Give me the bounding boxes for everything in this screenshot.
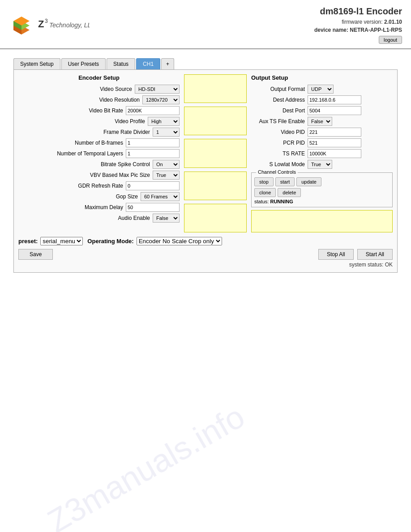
status-value: RUNNING (270, 199, 293, 204)
preview-box-2 (184, 107, 247, 135)
gdr-row: GDR Refresh Rate (18, 181, 180, 190)
b-frames-input[interactable] (126, 138, 180, 147)
preset-select[interactable]: serial_menudefaultcustom (40, 237, 83, 245)
preview-boxes (184, 74, 247, 232)
tab-add[interactable]: + (161, 58, 174, 69)
video-resolution-row: Video Resolution 1280x7201920x1080720x48… (18, 95, 180, 104)
preview-box-4 (184, 172, 247, 200)
encoder-setup-title: Encoder Setup (18, 74, 180, 81)
delete-button[interactable]: delete (278, 188, 301, 197)
stop-button[interactable]: stop (254, 177, 274, 186)
aux-ts-label: Aux TS File Enable (251, 118, 305, 124)
b-frames-row: Number of B-frames (18, 138, 180, 147)
aux-ts-select[interactable]: FalseTrue (308, 117, 332, 126)
clone-button[interactable]: clone (254, 188, 276, 197)
video-resolution-select[interactable]: 1280x7201920x1080720x480 (142, 95, 180, 104)
svg-text:Technology, LLC: Technology, LLC (49, 21, 90, 29)
pcr-pid-row: PCR PID (251, 138, 393, 147)
z3-logo (9, 14, 34, 34)
ts-rate-input[interactable] (308, 149, 361, 158)
header: Z 3 Technology, LLC dm8169-l1 Encoder fi… (0, 0, 411, 49)
bottom-bar: preset: serial_menudefaultcustom Operati… (18, 237, 393, 245)
save-row: Save Stop All Start All (18, 249, 393, 260)
output-format-label: Output Format (251, 86, 305, 92)
device-name: device name: NETRA-APP-L1-RPS (314, 26, 402, 34)
preview-box-3 (184, 139, 247, 167)
video-pid-input[interactable] (308, 128, 361, 137)
channel-controls-title: Channel Controls (256, 169, 298, 175)
tab-ch1[interactable]: CH1 (136, 58, 160, 69)
preview-box-wide (251, 210, 393, 232)
svg-text:3: 3 (45, 18, 48, 24)
vbv-select[interactable]: TrueFalse (153, 171, 180, 180)
operating-mode-select[interactable]: Encoder No Scale Crop only Encoder Scale… (137, 237, 222, 245)
output-format-row: Output Format UDPRTPRTSP (251, 85, 393, 94)
temporal-layers-label: Number of Temporal Layers (57, 150, 123, 157)
operating-mode-section: Operating Mode: Encoder No Scale Crop on… (87, 237, 222, 245)
logout-button[interactable]: logout (379, 36, 402, 44)
start-button[interactable]: start (275, 177, 295, 186)
video-bitrate-input[interactable] (126, 106, 180, 115)
vbv-row: VBV Based Max Pic Size TrueFalse (18, 171, 180, 180)
video-source-select[interactable]: HD-SDICOMPOSITECOMPONENT (135, 85, 180, 94)
audio-enable-select[interactable]: FalseTrue (153, 214, 180, 223)
tab-status[interactable]: Status (107, 58, 135, 69)
video-bitrate-row: Video Bit Rate (18, 106, 180, 115)
temporal-layers-input[interactable] (126, 149, 180, 158)
video-source-row: Video Source HD-SDICOMPOSITECOMPONENT (18, 85, 180, 94)
dest-port-input[interactable] (308, 106, 361, 115)
channel-status: status: RUNNING (254, 199, 390, 204)
encoder-setup-section: Encoder Setup Video Source HD-SDICOMPOSI… (18, 74, 180, 232)
bitrate-spike-select[interactable]: OnOff (153, 160, 180, 169)
save-button[interactable]: Save (18, 249, 53, 260)
tab-user-presets[interactable]: User Presets (61, 58, 106, 69)
preview-box-5 (184, 204, 247, 232)
video-pid-row: Video PID (251, 128, 393, 137)
output-setup-section: Output Setup Output Format UDPRTPRTSP De… (251, 74, 393, 232)
preset-section: preset: serial_menudefaultcustom (18, 237, 83, 245)
panel-inner: Encoder Setup Video Source HD-SDICOMPOSI… (18, 74, 393, 232)
preset-label: preset: (18, 238, 38, 245)
s-lowlat-select[interactable]: TrueFalse (308, 160, 332, 169)
gdr-label: GDR Refresh Rate (78, 183, 123, 189)
update-button[interactable]: update (296, 177, 321, 186)
stop-all-button[interactable]: Stop All (318, 249, 354, 260)
max-delay-input[interactable] (126, 203, 180, 212)
dest-port-label: Dest Port (251, 107, 305, 114)
ctrl-btn-row-2: clone delete (254, 188, 390, 197)
pcr-pid-input[interactable] (308, 138, 361, 147)
tab-system-setup[interactable]: System Setup (13, 58, 60, 69)
video-pid-label: Video PID (251, 129, 305, 135)
dest-port-row: Dest Port (251, 106, 393, 115)
start-all-button[interactable]: Start All (357, 249, 393, 260)
preview-box-1 (184, 74, 247, 103)
max-delay-label: Maximum Delay (85, 204, 123, 210)
video-profile-label: Video Profile (115, 118, 145, 124)
b-frames-label: Number of B-frames (75, 140, 123, 146)
gdr-input[interactable] (126, 181, 180, 190)
video-profile-select[interactable]: HighMainBaseline (148, 117, 180, 126)
operating-mode-label: Operating Mode: (87, 238, 133, 245)
video-source-label: Video Source (100, 86, 132, 92)
channel-controls: Channel Controls stop start update clone… (251, 172, 393, 207)
ts-rate-row: TS RATE (251, 149, 393, 158)
system-status: system status: OK (18, 262, 393, 268)
page-title: dm8169-l1 Encoder (314, 4, 402, 18)
gop-size-select[interactable]: 60 Frames30 Frames120 Frames (141, 192, 180, 201)
frame-rate-divider-select[interactable]: 1234 (153, 128, 180, 137)
video-resolution-label: Video Resolution (99, 97, 140, 103)
output-setup-title: Output Setup (251, 74, 393, 81)
dest-address-input[interactable] (308, 95, 361, 104)
gop-size-label: Gop Size (116, 193, 138, 200)
main-content: System Setup User Presets Status CH1 + E… (0, 49, 411, 282)
bitrate-spike-row: Bitrate Spike Control OnOff (18, 160, 180, 169)
main-panel: Encoder Setup Video Source HD-SDICOMPOSI… (13, 69, 398, 273)
frame-rate-divider-row: Frame Rate Divider 1234 (18, 128, 180, 137)
max-delay-row: Maximum Delay (18, 203, 180, 212)
svg-text:Z: Z (38, 18, 44, 30)
audio-enable-row: Audio Enable FalseTrue (18, 214, 180, 223)
audio-enable-label: Audio Enable (118, 215, 150, 221)
output-format-select[interactable]: UDPRTPRTSP (308, 85, 334, 94)
dest-address-label: Dest Address (251, 97, 305, 103)
aux-ts-row: Aux TS File Enable FalseTrue (251, 117, 393, 126)
